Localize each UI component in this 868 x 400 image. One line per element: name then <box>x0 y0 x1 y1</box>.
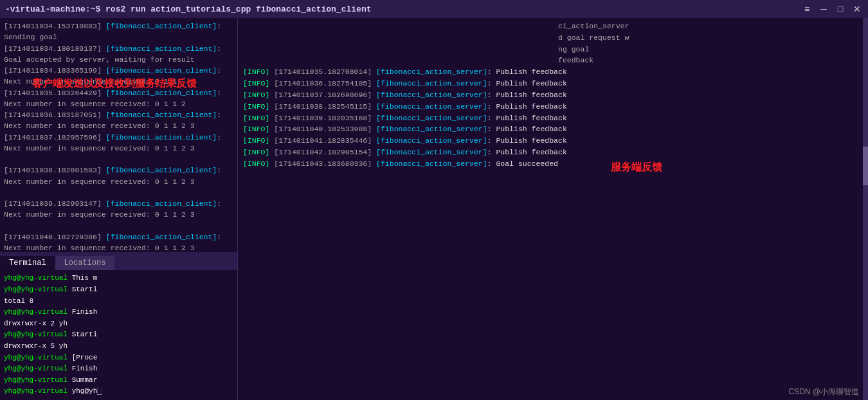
right-partial-line: feedback <box>243 55 863 66</box>
info-log-line: [INFO] [1714011036.182754105] [fibonacci… <box>243 78 863 89</box>
minimize-button[interactable]: ─ <box>818 3 829 15</box>
tab-locations[interactable]: Locations <box>55 256 115 270</box>
left-panel: [1714011034.153710883] [fibonacci_action… <box>0 18 238 400</box>
log-line: [1714011034.180189137] [fibonacci_action… <box>4 43 233 66</box>
screen: -virtual-machine:~$ ros2 run action_tuto… <box>0 0 868 400</box>
info-log-line: [INFO] [1714011039.182035168] [fibonacci… <box>243 113 863 124</box>
log-line: [1714011039.182993147] [fibonacci_action… <box>4 198 233 221</box>
right-partial-line: d goal request w <box>243 32 863 44</box>
right-terminal: ci_action_server d goal request w ng goa… <box>238 18 868 400</box>
left-terminal-bottom: yhg@yhg-virtual This m yhg@yhg-virtual S… <box>0 270 237 400</box>
info-log-line: [INFO] [1714011042.182905154] [fibonacci… <box>243 147 863 158</box>
right-partial-line: ng goal <box>243 44 863 55</box>
log-line: [1714011040.182729386] [fibonacci_action… <box>4 232 233 253</box>
info-log-line: [INFO] [1714011040.182533988] [fibonacci… <box>243 123 863 135</box>
right-panel: ci_action_server d goal request w ng goa… <box>238 18 868 400</box>
tab-terminal[interactable]: Terminal <box>0 256 55 270</box>
bottom-misc: total 8 <box>4 296 233 307</box>
tabs-bar: Terminal Locations <box>0 252 237 270</box>
title-bar: -virtual-machine:~$ ros2 run action_tuto… <box>0 0 868 18</box>
log-line: [1714011036.183187051] [fibonacci_action… <box>4 109 233 132</box>
main-area: [1714011034.153710883] [fibonacci_action… <box>0 18 868 400</box>
scrollbar-thumb[interactable] <box>863 147 868 185</box>
title-bar-text: -virtual-machine:~$ ros2 run action_tuto… <box>5 5 801 14</box>
log-line: [1714011034.183365199] [fibonacci_action… <box>4 65 233 87</box>
info-log-line: [INFO] [1714011038.182545115] [fibonacci… <box>243 101 863 113</box>
hamburger-icon[interactable]: ≡ <box>801 3 813 15</box>
close-button[interactable]: ✕ <box>851 3 863 15</box>
log-line: [1714011035.183264429] [fibonacci_action… <box>4 87 233 110</box>
log-line: [1714011034.153710883] [fibonacci_action… <box>4 21 233 43</box>
bottom-line: yhg@yhg-virtual <box>4 286 68 293</box>
bottom-line: yhg@yhg-virtual <box>4 274 68 282</box>
scrollbar[interactable] <box>863 18 868 400</box>
right-partial-line: ci_action_server <box>243 21 863 32</box>
left-terminal-top: [1714011034.153710883] [fibonacci_action… <box>0 18 237 252</box>
log-line: [1714011038.182801583] [fibonacci_action… <box>4 165 233 187</box>
window-controls: ≡ ─ □ ✕ <box>801 3 863 15</box>
log-line: [1714011037.182957596] [fibonacci_action… <box>4 132 233 154</box>
info-log-line: [INFO] [1714011037.182698696] [fibonacci… <box>243 89 863 101</box>
info-log-line: [INFO] [1714011041.182835446] [fibonacci… <box>243 135 863 147</box>
info-log-line: [INFO] [1714011035.182708014] [fibonacci… <box>243 66 863 78</box>
maximize-button[interactable]: □ <box>835 3 846 15</box>
info-log-line: [INFO] [1714011043.183680336] [fibonacci… <box>243 158 863 170</box>
